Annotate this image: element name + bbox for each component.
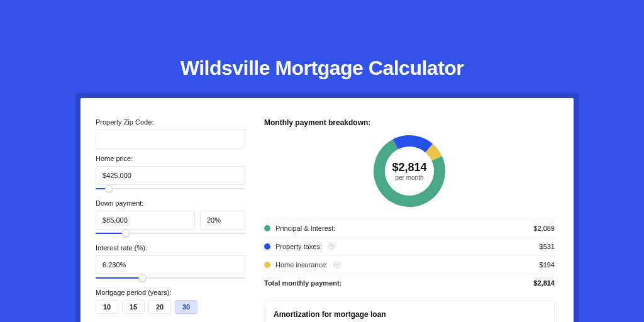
info-icon[interactable]: ? bbox=[334, 262, 340, 268]
calculator-card: Property Zip Code: Home price: Down paym… bbox=[80, 98, 574, 322]
slider-thumb[interactable] bbox=[138, 274, 146, 282]
period-option-15[interactable]: 15 bbox=[122, 300, 145, 314]
legend-label-taxes: Property taxes: bbox=[275, 243, 322, 250]
period-option-20[interactable]: 20 bbox=[148, 300, 171, 314]
zip-label: Property Zip Code: bbox=[96, 118, 245, 126]
interest-rate-label: Interest rate (%): bbox=[96, 244, 245, 252]
down-payment-slider[interactable] bbox=[96, 229, 245, 238]
legend-value-insurance: $194 bbox=[540, 261, 555, 269]
period-option-30[interactable]: 30 bbox=[175, 300, 197, 314]
zip-input[interactable] bbox=[96, 130, 245, 148]
legend-value-total: $2,814 bbox=[533, 279, 555, 287]
legend-dot-principal bbox=[264, 225, 270, 231]
interest-rate-slider[interactable] bbox=[96, 274, 245, 282]
zip-field: Property Zip Code: bbox=[96, 118, 245, 148]
amortization-box: Amortization for mortgage loan Amortizat… bbox=[264, 301, 555, 322]
amortization-title: Amortization for mortgage loan bbox=[274, 310, 545, 319]
period-option-10[interactable]: 10 bbox=[96, 300, 118, 314]
legend-row-principal: Principal & Interest: $2,089 bbox=[264, 219, 555, 237]
mortgage-period-field: Mortgage period (years): 10 15 20 30 bbox=[96, 289, 245, 314]
legend-label-principal: Principal & Interest: bbox=[275, 225, 335, 232]
down-payment-field: Down payment: bbox=[96, 199, 245, 238]
legend-label-total: Total monthly payment: bbox=[264, 279, 341, 287]
legend-value-taxes: $531 bbox=[540, 243, 555, 250]
interest-rate-field: Interest rate (%): bbox=[96, 244, 245, 282]
page-background: Wildsville Mortgage Calculator Property … bbox=[0, 0, 644, 322]
interest-rate-input[interactable] bbox=[96, 255, 245, 274]
info-icon[interactable]: ? bbox=[328, 243, 335, 250]
legend-dot-taxes bbox=[264, 243, 270, 250]
legend-row-total: Total monthly payment: $2,814 bbox=[264, 274, 555, 292]
breakdown-column: Monthly payment breakdown: $2,814 per mo… bbox=[264, 118, 555, 322]
legend-value-principal: $2,089 bbox=[533, 225, 555, 232]
donut-center-amount: $2,814 bbox=[392, 161, 426, 174]
down-payment-pct-input[interactable] bbox=[200, 211, 245, 230]
breakdown-title: Monthly payment breakdown: bbox=[264, 118, 555, 127]
home-price-label: Home price: bbox=[96, 155, 245, 162]
home-price-input[interactable] bbox=[96, 166, 245, 185]
donut-chart: $2,814 per month bbox=[264, 133, 555, 209]
page-title: Wildsville Mortgage Calculator bbox=[0, 0, 644, 80]
inputs-column: Property Zip Code: Home price: Down paym… bbox=[96, 118, 245, 322]
home-price-slider[interactable] bbox=[96, 184, 245, 193]
legend-row-insurance: Home insurance: ? $194 bbox=[264, 255, 555, 274]
home-price-field: Home price: bbox=[96, 155, 245, 193]
mortgage-period-label: Mortgage period (years): bbox=[96, 289, 245, 296]
mortgage-period-options: 10 15 20 30 bbox=[96, 300, 245, 314]
down-payment-input[interactable] bbox=[96, 211, 195, 230]
donut-center: $2,814 per month bbox=[392, 161, 426, 181]
legend-label-insurance: Home insurance: bbox=[275, 261, 328, 269]
donut-center-sub: per month bbox=[392, 174, 426, 181]
down-payment-label: Down payment: bbox=[96, 199, 245, 207]
slider-thumb[interactable] bbox=[122, 230, 130, 237]
slider-thumb[interactable] bbox=[105, 185, 113, 192]
legend-row-taxes: Property taxes: ? $531 bbox=[264, 237, 555, 255]
legend-dot-insurance bbox=[264, 262, 270, 268]
